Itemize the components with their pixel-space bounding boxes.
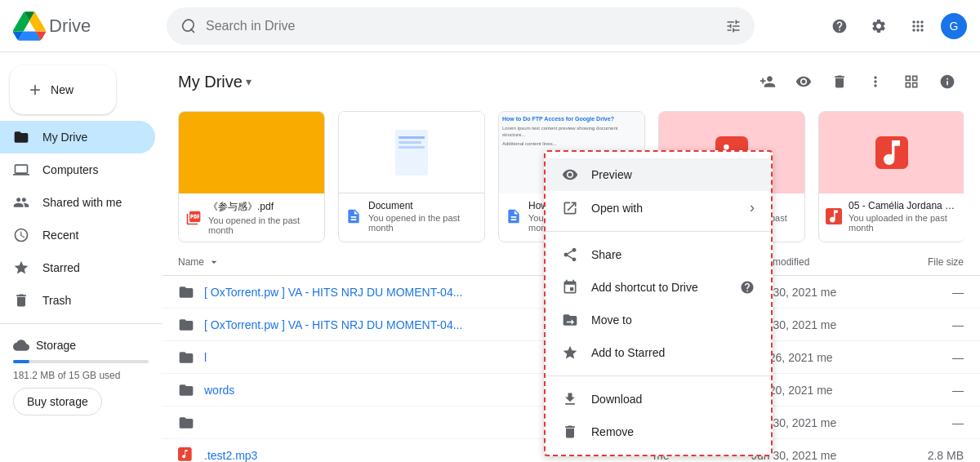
trash-icon [13, 292, 29, 309]
sidebar-item-shared[interactable]: Shared with me [0, 186, 155, 219]
sidebar-item-trash[interactable]: Trash [0, 284, 155, 317]
open-with-label: Open with [591, 202, 737, 215]
storage-text: 181.2 MB of 15 GB used [13, 370, 149, 381]
file-name: l [204, 351, 207, 364]
delete-button[interactable] [823, 65, 856, 98]
remove-label: Remove [591, 425, 755, 438]
app-header: Drive [0, 0, 980, 52]
sidebar-item-my-drive[interactable]: My Drive [0, 121, 155, 153]
main-header: My Drive ▾ [162, 52, 980, 104]
file-card[interactable]: 《参与感》.pdf You opened in the past month [178, 111, 325, 242]
pdf-icon [185, 210, 202, 226]
context-menu-add-starred[interactable]: Add to Starred [546, 336, 771, 369]
help-button[interactable] [823, 10, 856, 42]
download-icon [562, 391, 578, 407]
logo-text: Drive [49, 16, 91, 37]
card-name: 05 - Camélia Jordana - F... [849, 200, 958, 211]
remove-icon [562, 424, 578, 440]
mp3-preview-icon [875, 136, 908, 169]
card-details: 《参与感》.pdf You opened in the past month [208, 200, 318, 235]
context-menu: Preview Open with › [544, 150, 773, 456]
card-date: You uploaded in the past month [849, 213, 958, 233]
logo: Drive [13, 10, 160, 42]
share-icon [562, 247, 578, 263]
context-menu-preview[interactable]: Preview [546, 158, 771, 191]
context-menu-add-shortcut[interactable]: Add shortcut to Drive [546, 271, 771, 304]
file-card[interactable]: 05 - Camélia Jordana - F... You uploaded… [818, 111, 964, 242]
info-button[interactable] [931, 65, 964, 98]
card-info: 05 - Camélia Jordana - F... You uploaded… [819, 193, 964, 239]
add-person-button[interactable] [751, 65, 784, 98]
storage-section: Storage 181.2 MB of 15 GB used Buy stora… [0, 331, 162, 422]
svg-point-5 [724, 144, 729, 150]
file-name: .test2.mp3 [204, 449, 257, 462]
folder-icon [178, 382, 194, 398]
context-menu-download[interactable]: Download [546, 383, 771, 415]
tune-icon[interactable] [725, 18, 742, 34]
file-card[interactable]: Document You opened in the past month [338, 111, 485, 242]
more-apps-button[interactable] [902, 10, 934, 42]
file-size: — [882, 384, 964, 397]
context-menu-share[interactable]: Share [546, 238, 771, 271]
shortcut-icon [562, 279, 578, 295]
sidebar-item-recent[interactable]: Recent [0, 219, 155, 251]
share-label: Share [591, 248, 755, 261]
folder-icon [178, 349, 194, 366]
context-menu-move-to[interactable]: Move to [546, 304, 771, 336]
new-button[interactable]: + New [10, 65, 116, 114]
card-info: Document You opened in the past month [339, 193, 484, 239]
grid-view-button[interactable] [895, 65, 928, 98]
doc-preview-icon [392, 128, 431, 177]
svg-rect-3 [399, 146, 425, 149]
drive-title[interactable]: My Drive ▾ [178, 73, 252, 91]
card-preview [339, 112, 484, 193]
card-preview [179, 112, 324, 193]
drive-icon [13, 129, 29, 145]
card-name: Document [368, 200, 478, 211]
sidebar: + New My Drive Computers [0, 52, 162, 462]
sidebar-item-computers[interactable]: Computers [0, 153, 155, 186]
settings-button[interactable] [862, 10, 895, 42]
new-label: New [51, 83, 74, 96]
user-avatar[interactable]: G [941, 13, 967, 39]
main-content: My Drive ▾ [162, 52, 980, 462]
col-size-header: File size [882, 256, 964, 268]
file-name: [ OxTorrent.pw ] VA - HITS NRJ DU MOMENT… [204, 318, 462, 331]
card-details: Document You opened in the past month [368, 200, 478, 233]
svg-rect-1 [399, 136, 425, 139]
sort-icon [207, 255, 220, 269]
file-size: 2.8 MB [882, 449, 964, 462]
card-preview [819, 112, 964, 193]
computer-icon [13, 162, 29, 178]
card-date: You opened in the past month [208, 215, 318, 235]
context-menu-remove[interactable]: Remove [546, 415, 771, 448]
buy-storage-button[interactable]: Buy storage [13, 388, 102, 415]
preview-toggle-button[interactable] [787, 65, 820, 98]
file-name: words [204, 384, 234, 397]
file-size: — [882, 416, 964, 429]
open-with-icon [562, 200, 578, 216]
search-bar[interactable] [167, 7, 755, 45]
clock-icon [13, 227, 29, 243]
more-options-button[interactable] [859, 65, 892, 98]
eye-icon [562, 167, 578, 183]
folder-icon [178, 284, 194, 300]
mp3-row-icon [178, 447, 194, 463]
svg-rect-2 [399, 141, 421, 144]
header-actions: G [823, 10, 967, 42]
sidebar-item-trash-label: Trash [42, 294, 71, 307]
card-date: You opened in the past month [368, 213, 478, 233]
move-to-label: Move to [591, 313, 755, 327]
doc-icon-2 [506, 208, 522, 224]
add-shortcut-label: Add shortcut to Drive [591, 281, 727, 294]
folder-icon [178, 317, 194, 333]
context-menu-open-with[interactable]: Open with › [546, 191, 771, 224]
search-input[interactable] [206, 19, 715, 33]
file-name [204, 416, 207, 429]
sidebar-item-starred[interactable]: Starred [0, 251, 155, 284]
menu-divider [546, 231, 771, 232]
move-icon [562, 312, 578, 328]
sidebar-divider [0, 323, 162, 324]
sidebar-item-recent-label: Recent [42, 229, 78, 242]
add-starred-label: Add to Starred [591, 346, 755, 359]
